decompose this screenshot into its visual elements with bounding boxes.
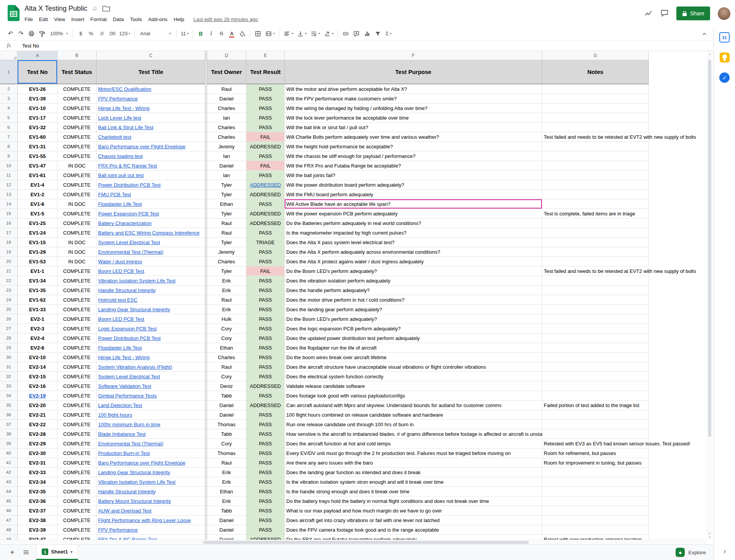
cell-C3[interactable]: FPV Performance bbox=[97, 94, 205, 103]
cell-D48[interactable]: Daniel bbox=[207, 525, 246, 535]
create-filter-button[interactable] bbox=[372, 28, 383, 39]
cell-D44[interactable]: Ethan bbox=[207, 487, 246, 496]
fill-color-button[interactable] bbox=[237, 28, 248, 39]
cell-B45[interactable]: COMPLETE bbox=[57, 496, 97, 506]
cell-F12[interactable]: Will the power distribution board perfor… bbox=[285, 180, 542, 190]
cell-F36[interactable]: 100 flight hours combined on release can… bbox=[285, 410, 542, 420]
vertical-align-button[interactable]: ▾ bbox=[295, 28, 308, 39]
cell-G44[interactable] bbox=[542, 487, 649, 496]
cell-E44[interactable]: PASS bbox=[246, 487, 285, 496]
column-header-F[interactable]: F bbox=[285, 51, 542, 60]
row-header-39[interactable]: 39 bbox=[0, 439, 18, 448]
cell-G4[interactable] bbox=[542, 103, 649, 113]
merge-cells-button[interactable]: ▾ bbox=[263, 28, 277, 39]
row-header-7[interactable]: 7 bbox=[0, 132, 18, 142]
column-header-C[interactable]: C bbox=[97, 51, 205, 60]
cell-F10[interactable]: Will the FRX Pro and Futaba Range be acc… bbox=[285, 161, 542, 171]
cell-A26[interactable]: EV2-1 bbox=[18, 314, 57, 324]
keep-icon[interactable] bbox=[720, 53, 730, 62]
cell-G27[interactable] bbox=[542, 324, 649, 333]
cell-A18[interactable]: EV1-15 bbox=[18, 238, 57, 247]
cell-D45[interactable]: Erik bbox=[207, 496, 246, 506]
row-header-41[interactable]: 41 bbox=[0, 458, 18, 468]
row-header-14[interactable]: 14 bbox=[0, 199, 18, 209]
cell-C26[interactable]: Boom LED PCB Test bbox=[97, 314, 205, 324]
insert-comment-button[interactable] bbox=[351, 28, 362, 39]
cell-F3[interactable]: Will the FPV performance make customers … bbox=[285, 94, 542, 103]
row-header-29[interactable]: 29 bbox=[0, 343, 18, 353]
cell-G39[interactable]: Retested with EV3 as EV5 had known senso… bbox=[542, 439, 649, 448]
cell-A33[interactable]: EV2-16 bbox=[18, 381, 57, 391]
cell-B15[interactable]: COMPLETE bbox=[57, 209, 97, 218]
cell-A36[interactable]: EV2-21 bbox=[18, 410, 57, 420]
cell-D35[interactable]: Daniel bbox=[207, 401, 246, 410]
cell-B38[interactable]: COMPLETE bbox=[57, 429, 97, 439]
number-format-button[interactable]: 123 ▾ bbox=[117, 28, 132, 39]
cell-F18[interactable]: Does the Alta X pass system level electr… bbox=[285, 238, 542, 247]
cell-A38[interactable]: EV2-28 bbox=[18, 429, 57, 439]
cell-B47[interactable]: COMPLETE bbox=[57, 516, 97, 525]
cell-F45[interactable]: Do the battery trays hold the battery in… bbox=[285, 496, 542, 506]
cell-A23[interactable]: EV1-35 bbox=[18, 286, 57, 295]
cell-A13[interactable]: EV1-2 bbox=[18, 190, 57, 199]
row-header-19[interactable]: 19 bbox=[0, 247, 18, 257]
cell-D9[interactable]: Ian bbox=[207, 151, 246, 161]
cell-G25[interactable] bbox=[542, 305, 649, 314]
cell-E2[interactable]: PASS bbox=[246, 84, 285, 94]
cell-A20[interactable]: EV1-53 bbox=[18, 257, 57, 266]
cell-E38[interactable]: PASS bbox=[246, 429, 285, 439]
cell-A39[interactable]: EV2-29 bbox=[18, 439, 57, 448]
cell-C23[interactable]: Handle Structural Integrity bbox=[97, 286, 205, 295]
cell-D29[interactable]: Ethan bbox=[207, 343, 246, 353]
cell-E17[interactable]: PASS bbox=[246, 228, 285, 238]
row-header-20[interactable]: 20 bbox=[0, 257, 18, 266]
cell-C8[interactable]: Baro Performance over Flight Envelope bbox=[97, 142, 205, 151]
cell-F16[interactable]: Do the Batteries perform adequately in r… bbox=[285, 218, 542, 228]
cell-A25[interactable]: EV1-33 bbox=[18, 305, 57, 314]
cell-F19[interactable]: Does the Alta X perform adequately acros… bbox=[285, 247, 542, 257]
cell-G22[interactable] bbox=[542, 276, 649, 286]
italic-button[interactable]: I bbox=[206, 28, 216, 39]
cell-F27[interactable]: Does the logic expansion PCB perform ade… bbox=[285, 324, 542, 333]
cell-A4[interactable]: EV1-10 bbox=[18, 103, 57, 113]
cell-F37[interactable]: Run one release candidate unit through 1… bbox=[285, 420, 542, 429]
cell-C30[interactable]: Hinge Life Test - Wiring bbox=[97, 353, 205, 362]
row-header-42[interactable]: 42 bbox=[0, 468, 18, 477]
cell-E48[interactable]: PASS bbox=[246, 525, 285, 535]
cell-F26[interactable]: Do the Boom LED's perform adequately? bbox=[285, 314, 542, 324]
cell-G49[interactable]: Retest with new production antenna locat… bbox=[542, 535, 649, 540]
decrease-decimal-button[interactable]: .0 bbox=[96, 28, 107, 39]
cell-F17[interactable]: Is the magnetometer impacted by high cur… bbox=[285, 228, 542, 238]
cell-F11[interactable]: Will the ball joints fail? bbox=[285, 171, 542, 180]
cell-C11[interactable]: Ball joint pull out test bbox=[97, 171, 205, 180]
cell-C6[interactable]: Ball Link & Strut Life Test bbox=[97, 123, 205, 132]
cell-G26[interactable] bbox=[542, 314, 649, 324]
calendar-icon[interactable]: 31 bbox=[719, 32, 730, 43]
cell-C5[interactable]: Lock Lever Life test bbox=[97, 113, 205, 123]
cell-D6[interactable]: Charles bbox=[207, 123, 246, 132]
cell-A47[interactable]: EV2-38 bbox=[18, 516, 57, 525]
row-header-6[interactable]: 6 bbox=[0, 123, 18, 132]
cell-C20[interactable]: Water / dust ingress bbox=[97, 257, 205, 266]
cell-D1[interactable]: Test Owner bbox=[207, 60, 246, 84]
cell-F42[interactable]: Does the landing gear function as intend… bbox=[285, 468, 542, 477]
cell-B5[interactable]: COMPLETE bbox=[57, 113, 97, 123]
cell-A41[interactable]: EV2-31 bbox=[18, 458, 57, 468]
cell-F1[interactable]: Test Purpose bbox=[285, 60, 542, 84]
row-header-49[interactable]: 49 bbox=[0, 535, 18, 540]
cell-F32[interactable]: Does the electrical system function corr… bbox=[285, 372, 542, 381]
cell-D10[interactable]: Daniel bbox=[207, 161, 246, 171]
cell-F23[interactable]: Does the handle perform adequately? bbox=[285, 286, 542, 295]
cell-E33[interactable]: ADDRESSED bbox=[246, 381, 285, 391]
cell-E15[interactable]: ADDRESSED bbox=[246, 209, 285, 218]
cell-E24[interactable]: PASS bbox=[246, 295, 285, 305]
row-header-9[interactable]: 9 bbox=[0, 151, 18, 161]
cell-E13[interactable]: ADDRESSED bbox=[246, 190, 285, 199]
cell-C7[interactable]: Charliebolt test bbox=[97, 132, 205, 142]
cell-G8[interactable] bbox=[542, 142, 649, 151]
cell-D21[interactable]: Tyler bbox=[207, 266, 246, 276]
increase-decimal-button[interactable]: .00 bbox=[107, 28, 117, 39]
cell-E18[interactable]: TRIAGE bbox=[246, 238, 285, 247]
menu-insert[interactable]: Insert bbox=[68, 15, 87, 23]
cell-B33[interactable]: COMPLETE bbox=[57, 381, 97, 391]
